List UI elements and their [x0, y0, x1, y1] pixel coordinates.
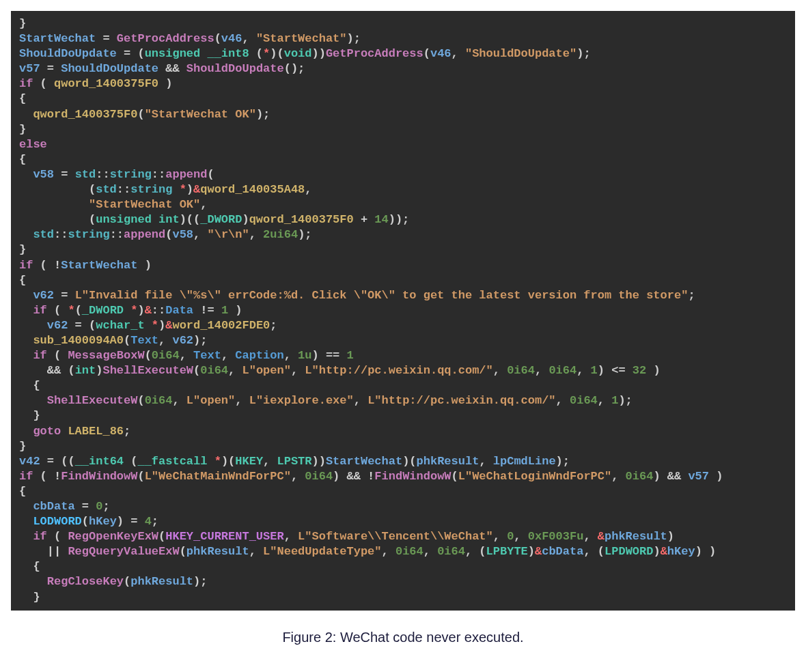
code-token: ,	[479, 455, 492, 468]
code-token	[19, 425, 33, 438]
code-token: phkResult	[186, 545, 249, 558]
code-token: (	[19, 183, 96, 196]
code-token: ))	[312, 455, 326, 468]
code-token: ,	[221, 349, 235, 362]
code-token: L"Software\\Tencent\\WeChat"	[298, 530, 493, 543]
code-token: _DWORD	[82, 304, 130, 317]
code-token: (	[124, 334, 130, 347]
code-token: &	[193, 183, 200, 196]
code-token: ||	[19, 545, 68, 558]
code-line: goto LABEL_86;	[19, 424, 792, 439]
figure-caption: Figure 2: WeChat code never executed.	[11, 630, 795, 645]
code-token: ::	[117, 183, 130, 196]
code-token: 1u	[298, 349, 311, 362]
code-token: ,	[583, 530, 597, 543]
code-line: StartWechat = GetProcAddress(v46, "Start…	[19, 31, 792, 46]
code-token: L"http://pc.weixin.qq.com/"	[305, 364, 492, 377]
code-token: qword_1400375F0	[249, 213, 354, 226]
code-line: if ( !StartWechat )	[19, 258, 792, 273]
code-token: HKEY	[235, 455, 263, 468]
code-line: std::string::append(v58, "\r\n", 2ui64);	[19, 227, 792, 242]
code-token: *	[130, 304, 137, 317]
code-token: ::	[152, 168, 165, 181]
code-token: (	[137, 470, 144, 483]
code-token: )	[158, 77, 172, 90]
code-token	[19, 349, 33, 362]
code-line: }	[19, 122, 792, 137]
code-token: = ((	[40, 455, 75, 468]
code-line: LODWORD(hKey) = 4;	[19, 514, 792, 529]
code-token: v42	[19, 455, 40, 468]
code-line: }	[19, 16, 792, 31]
code-token: )	[646, 364, 660, 377]
code-token: else	[19, 138, 47, 151]
code-token: wchar_t	[96, 319, 152, 332]
code-token: )	[667, 530, 674, 543]
code-token: 0i64	[507, 364, 535, 377]
code-token: phkResult	[604, 530, 667, 543]
code-token: ();	[284, 62, 305, 75]
code-token: )((	[180, 213, 201, 226]
code-token: && (	[19, 364, 75, 377]
code-token	[19, 228, 33, 241]
code-token: Data	[165, 304, 193, 317]
code-token: 0i64	[305, 470, 333, 483]
code-token: ) &&	[653, 470, 688, 483]
code-token: FindWindowW	[374, 470, 451, 483]
code-token: ,	[423, 545, 437, 558]
code-token: L"WeChatLoginWndForPC"	[458, 470, 611, 483]
code-token: if	[19, 259, 33, 272]
code-token: )	[528, 545, 535, 558]
code-token: if	[33, 349, 46, 362]
code-token: ;	[152, 515, 158, 528]
code-line: {	[19, 484, 792, 499]
code-token: ))	[312, 47, 326, 60]
code-line: {	[19, 152, 792, 167]
code-token: v46	[221, 32, 242, 45]
code-token: (	[451, 470, 458, 483]
code-token: ) =	[117, 515, 145, 528]
code-line: {	[19, 559, 792, 574]
code-token	[19, 530, 33, 543]
code-token: LABEL_86	[68, 425, 124, 438]
code-token: )	[137, 304, 144, 317]
code-line: }	[19, 590, 792, 605]
code-token: ,	[493, 364, 507, 377]
code-token: }	[19, 243, 26, 256]
code-token: );	[576, 47, 590, 60]
code-token: _DWORD	[200, 213, 242, 226]
code-token: string	[130, 183, 172, 196]
code-token: ,	[354, 394, 367, 407]
code-token: *	[180, 183, 186, 196]
code-token: ;	[688, 289, 695, 302]
code-token: hKey	[89, 515, 117, 528]
code-token: ) )	[695, 545, 717, 558]
code-line: qword_1400375F0("StartWechat OK");	[19, 107, 792, 122]
code-token: "\r\n"	[207, 228, 249, 241]
code-token: = (	[117, 47, 145, 60]
code-token: ) <=	[598, 364, 633, 377]
code-token: L"open"	[242, 364, 290, 377]
code-token: 0i64	[548, 364, 576, 377]
code-token: "StartWechat"	[256, 32, 347, 45]
code-token: (	[249, 47, 263, 60]
code-token: 0	[507, 530, 514, 543]
code-token: Text	[130, 334, 158, 347]
code-line: v57 = ShouldDoUpdate && ShouldDoUpdate()…	[19, 61, 792, 76]
code-token: )	[186, 183, 193, 196]
code-token: (	[145, 349, 152, 362]
code-token: ,	[200, 198, 207, 211]
code-token: !=	[193, 304, 221, 317]
code-token: ShouldDoUpdate	[186, 62, 284, 75]
code-token: )(	[402, 455, 416, 468]
code-token: (	[165, 228, 172, 241]
code-token: Text	[193, 349, 221, 362]
code-token: 0i64	[395, 545, 423, 558]
code-token: 4	[145, 515, 152, 528]
code-token: ShouldDoUpdate	[61, 62, 158, 75]
code-token: (	[75, 304, 82, 317]
code-token: )	[228, 304, 242, 317]
code-token: )	[709, 470, 723, 483]
code-token: ,	[451, 47, 465, 60]
code-token: std	[96, 183, 117, 196]
